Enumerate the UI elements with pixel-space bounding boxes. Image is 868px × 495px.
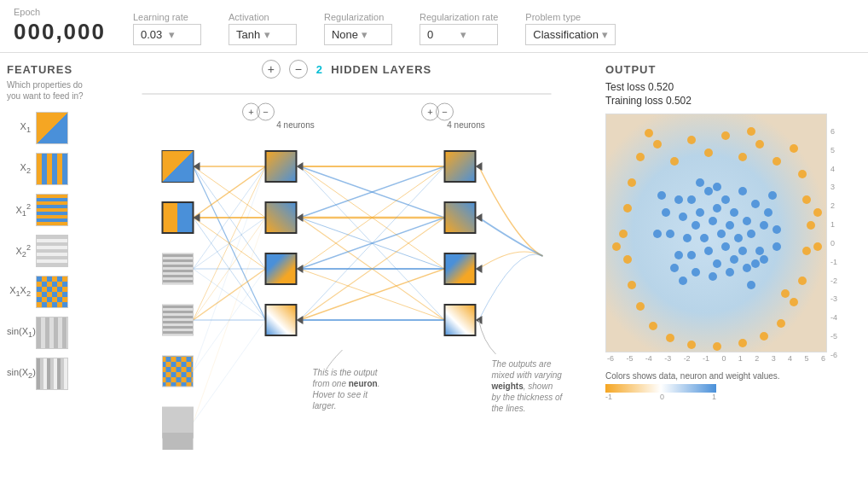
scatter-svg <box>606 114 827 352</box>
y-axis-4: 4 <box>830 165 837 173</box>
layer2-neurons-label: 4 neurons <box>447 120 484 130</box>
hidden-layers-header: + − 2 HIDDEN LAYERS <box>98 60 595 79</box>
svg-marker-69 <box>297 213 304 222</box>
svg-point-106 <box>619 230 628 238</box>
learning-rate-dropdown[interactable]: 0.03 ▾ <box>133 24 201 45</box>
x-axis-n2: -2 <box>684 354 691 363</box>
svg-point-97 <box>721 131 730 140</box>
y-axis-3: 3 <box>830 183 837 191</box>
feature-x1[interactable]: X1 <box>7 112 91 144</box>
svg-point-167 <box>679 277 687 285</box>
network-area: + − 2 HIDDEN LAYERS + − 4 neurons + <box>98 53 595 492</box>
add-layer-button[interactable]: + <box>262 60 281 79</box>
regularization-rate-value: 0 <box>427 28 457 41</box>
svg-text:−: − <box>442 107 447 117</box>
svg-point-161 <box>743 264 751 272</box>
feature-sinx1-box[interactable] <box>36 317 68 349</box>
learning-rate-label: Learning rate <box>133 12 201 22</box>
epoch-section: Epoch 000,000 <box>14 7 106 45</box>
svg-point-131 <box>713 204 721 213</box>
svg-point-173 <box>653 230 662 238</box>
x-axis-n1: -1 <box>703 354 709 363</box>
feature-sinx2-box[interactable] <box>36 358 68 390</box>
activation-value: Tanh <box>236 28 261 41</box>
svg-point-141 <box>721 242 730 251</box>
y-axis-5: 5 <box>830 146 837 154</box>
svg-point-129 <box>721 195 730 204</box>
svg-point-101 <box>790 144 798 153</box>
epoch-label: Epoch <box>14 7 106 17</box>
feature-x1sq[interactable]: X12 <box>7 194 91 226</box>
svg-point-92 <box>636 153 645 161</box>
svg-rect-76 <box>445 202 476 233</box>
svg-point-148 <box>755 247 764 255</box>
svg-marker-79 <box>476 265 483 273</box>
feature-sinx2[interactable]: sin(X2) <box>7 358 91 390</box>
activation-arrow-icon: ▾ <box>264 28 289 41</box>
svg-rect-61 <box>163 356 194 387</box>
svg-text:by the thickness of: by the thickness of <box>492 393 564 402</box>
regularization-rate-dropdown[interactable]: 0 ▾ <box>420 24 498 45</box>
svg-point-157 <box>662 208 670 217</box>
activation-dropdown[interactable]: Tanh ▾ <box>229 24 297 45</box>
y-axis-6: 6 <box>830 127 837 136</box>
problem-type-section: Problem type Classification ▾ <box>525 12 616 45</box>
legend-max: 1 <box>712 393 716 401</box>
regularization-value: None <box>332 28 358 41</box>
scatter-plot <box>605 114 827 352</box>
svg-point-144 <box>747 230 755 238</box>
svg-rect-78 <box>445 253 476 284</box>
feature-x2sq[interactable]: X22 <box>7 235 91 267</box>
feature-x2sq-box[interactable] <box>36 235 68 267</box>
svg-point-99 <box>755 140 764 148</box>
svg-point-162 <box>692 268 700 277</box>
feature-x1sq-box[interactable] <box>36 194 68 226</box>
svg-point-139 <box>734 234 743 242</box>
remove-layer-button[interactable]: − <box>289 60 308 79</box>
problem-type-dropdown[interactable]: Classification ▾ <box>525 24 616 45</box>
x-axis-3: 3 <box>772 354 776 363</box>
svg-point-117 <box>760 332 768 341</box>
regularization-dropdown[interactable]: None ▾ <box>324 24 392 45</box>
feature-x2sq-label: X22 <box>7 243 31 259</box>
svg-point-115 <box>777 319 785 328</box>
svg-point-111 <box>798 277 807 285</box>
svg-point-138 <box>717 230 726 238</box>
feature-x1x2-box[interactable] <box>36 276 68 308</box>
svg-point-132 <box>730 208 738 217</box>
problem-type-label: Problem type <box>525 12 616 22</box>
x-axis-6: 6 <box>821 354 825 363</box>
color-gradient-bar <box>605 384 716 393</box>
svg-rect-68 <box>266 202 297 233</box>
svg-point-156 <box>760 221 768 230</box>
features-subtitle: Which properties do you want to feed in? <box>7 79 91 102</box>
svg-point-153 <box>713 183 721 191</box>
svg-point-116 <box>666 334 674 342</box>
svg-marker-75 <box>476 162 483 171</box>
hidden-layers-label: 2 HIDDEN LAYERS <box>316 63 431 76</box>
feature-x1-box[interactable] <box>36 112 68 144</box>
svg-point-105 <box>802 195 811 204</box>
svg-point-102 <box>628 178 636 187</box>
feature-x2[interactable]: X2 <box>7 153 91 185</box>
feature-x1x2[interactable]: X1X2 <box>7 276 91 308</box>
hidden-layers-count: 2 <box>316 63 323 76</box>
epoch-value: 000,000 <box>14 19 106 45</box>
header: Epoch 000,000 Learning rate 0.03 ▾ Activ… <box>0 0 868 53</box>
svg-point-159 <box>709 272 717 281</box>
svg-point-103 <box>798 170 807 178</box>
svg-line-28 <box>194 320 266 422</box>
svg-point-125 <box>813 208 822 217</box>
x-axis-n4: -4 <box>645 354 652 363</box>
feature-x2-label: X2 <box>7 162 31 175</box>
feature-sinx1[interactable]: sin(X1) <box>7 317 91 349</box>
feature-x2-box[interactable] <box>36 153 68 185</box>
svg-point-164 <box>670 264 679 272</box>
svg-point-126 <box>612 242 621 251</box>
network-diagram: + − 4 neurons + − 4 neurons <box>98 85 595 452</box>
regularization-rate-arrow-icon: ▾ <box>460 28 490 41</box>
test-loss-value: 0.520 <box>648 81 674 93</box>
training-loss-value: 0.502 <box>666 95 692 107</box>
svg-point-94 <box>670 157 679 166</box>
regularization-rate-label: Regularization rate <box>420 12 498 22</box>
